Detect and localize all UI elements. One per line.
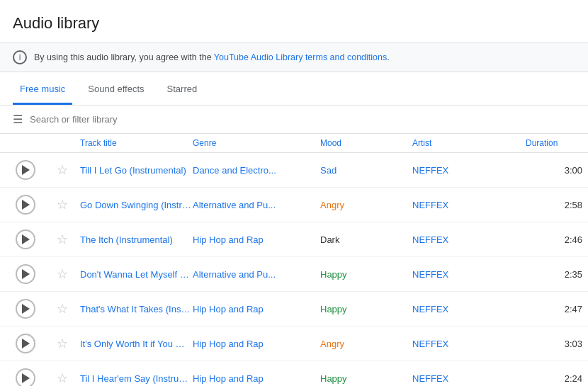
track-genre[interactable]: Alternative and Pu...	[193, 269, 320, 280]
track-genre[interactable]: Alternative and Pu...	[193, 200, 320, 210]
track-genre[interactable]: Hip Hop and Rap	[193, 373, 320, 384]
header-genre: Genre	[193, 138, 320, 148]
track-artist[interactable]: NEFFEX	[412, 269, 526, 280]
star-button[interactable]: ☆	[57, 370, 68, 386]
track-genre[interactable]: Dance and Electro...	[193, 165, 320, 176]
table-row: ☆ Don't Wanna Let Myself Down (Instrumen…	[0, 257, 588, 292]
header-mood: Mood	[320, 138, 412, 148]
info-icon: i	[13, 50, 27, 64]
star-button[interactable]: ☆	[57, 232, 68, 247]
tabs-bar: Free music Sound effects Starred	[0, 75, 588, 106]
table-row: ☆ Til I Hear'em Say (Instrumental) Hip H…	[0, 361, 588, 386]
play-button[interactable]	[16, 334, 35, 353]
track-artist[interactable]: NEFFEX	[412, 165, 526, 176]
track-title[interactable]: Til I Hear'em Say (Instrumental)	[80, 373, 193, 384]
track-duration: 2:35	[526, 269, 582, 280]
track-mood: Happy	[320, 269, 412, 280]
play-icon	[22, 165, 30, 175]
track-title[interactable]: Don't Wanna Let Myself Down (Instrument.…	[80, 269, 193, 280]
play-icon	[22, 200, 30, 210]
play-icon	[22, 304, 30, 314]
header-artist: Artist	[412, 138, 526, 148]
track-duration: 2:46	[526, 234, 582, 245]
track-genre[interactable]: Hip Hop and Rap	[193, 304, 320, 314]
filter-icon[interactable]: ☰	[13, 113, 23, 126]
header-track: Track title	[80, 138, 193, 148]
table-header: Track title Genre Mood Artist Duration	[0, 134, 588, 153]
track-duration: 2:24	[526, 373, 582, 384]
play-button[interactable]	[16, 229, 35, 249]
table-row: ☆ Go Down Swinging (Instrumental) Altern…	[0, 188, 588, 222]
header-duration: Duration	[526, 138, 582, 148]
star-button[interactable]: ☆	[57, 162, 68, 178]
tab-sound-effects[interactable]: Sound effects	[81, 75, 151, 105]
track-title[interactable]: It's Only Worth It if You Work for It (I…	[80, 339, 193, 349]
table-row: ☆ It's Only Worth It if You Work for It …	[0, 327, 588, 361]
play-icon	[22, 234, 30, 244]
terms-link[interactable]: YouTube Audio Library terms and conditio…	[214, 52, 387, 62]
table-row: ☆ Till I Let Go (Instrumental) Dance and…	[0, 153, 588, 188]
track-title[interactable]: That's What It Takes (Instrumental)	[80, 304, 193, 314]
table-row: ☆ The Itch (Instrumental) Hip Hop and Ra…	[0, 222, 588, 257]
tab-free-music[interactable]: Free music	[13, 75, 72, 105]
info-text: By using this audio library, you agree w…	[34, 52, 390, 62]
info-bar: i By using this audio library, you agree…	[0, 42, 588, 72]
track-mood: Angry	[320, 339, 412, 349]
play-icon	[22, 339, 30, 348]
track-duration: 3:03	[526, 339, 582, 349]
track-title[interactable]: Go Down Swinging (Instrumental)	[80, 200, 193, 210]
play-button[interactable]	[16, 160, 35, 180]
track-mood: Dark	[320, 234, 412, 245]
play-icon	[22, 269, 30, 279]
track-title[interactable]: Till I Let Go (Instrumental)	[80, 165, 193, 176]
track-artist[interactable]: NEFFEX	[412, 304, 526, 314]
track-artist[interactable]: NEFFEX	[412, 200, 526, 210]
track-genre[interactable]: Hip Hop and Rap	[193, 339, 320, 349]
play-button[interactable]	[16, 264, 35, 284]
track-duration: 3:00	[526, 165, 582, 176]
star-button[interactable]: ☆	[57, 266, 68, 282]
track-mood: Sad	[320, 165, 412, 176]
tab-starred[interactable]: Starred	[160, 75, 205, 105]
track-duration: 2:58	[526, 200, 582, 210]
play-button[interactable]	[16, 195, 35, 215]
track-artist[interactable]: NEFFEX	[412, 373, 526, 384]
track-mood: Angry	[320, 200, 412, 210]
track-artist[interactable]: NEFFEX	[412, 339, 526, 349]
track-list: ☆ Till I Let Go (Instrumental) Dance and…	[0, 153, 588, 386]
search-input[interactable]	[30, 114, 575, 125]
track-mood: Happy	[320, 373, 412, 384]
track-artist[interactable]: NEFFEX	[412, 234, 526, 245]
track-duration: 2:47	[526, 304, 582, 314]
search-bar: ☰	[0, 106, 588, 134]
track-mood: Happy	[320, 304, 412, 314]
table-row: ☆ That's What It Takes (Instrumental) Hi…	[0, 292, 588, 327]
star-button[interactable]: ☆	[57, 336, 68, 351]
track-genre[interactable]: Hip Hop and Rap	[193, 234, 320, 245]
play-icon	[22, 373, 30, 383]
play-button[interactable]	[16, 299, 35, 319]
page-title: Audio library	[0, 0, 588, 42]
track-title[interactable]: The Itch (Instrumental)	[80, 234, 193, 245]
star-button[interactable]: ☆	[57, 197, 68, 212]
play-button[interactable]	[16, 368, 35, 386]
star-button[interactable]: ☆	[57, 301, 68, 317]
